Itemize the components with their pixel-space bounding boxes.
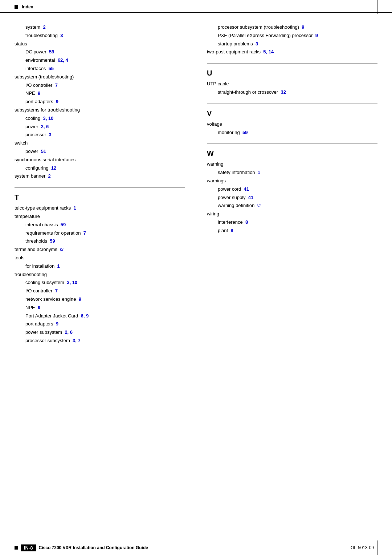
link-safety-info-1[interactable]: 1 — [258, 170, 260, 175]
link-warning-def-vi[interactable]: vi — [257, 203, 260, 208]
list-item: network services engine 9 — [15, 296, 185, 303]
list-item: PXF (Parallel eXpress Forwarding) proces… — [207, 32, 377, 40]
t-section-letter: T — [15, 193, 185, 202]
link-dc-power-59[interactable]: 59 — [49, 49, 54, 54]
link-configuring-12[interactable]: 12 — [51, 165, 56, 171]
footer-page-area: IN-8 Cisco 7200 VXR Installation and Con… — [0, 540, 148, 555]
footer-border-line — [377, 540, 377, 555]
list-item: I/O controller 7 — [15, 82, 185, 89]
link-thresholds-59[interactable]: 59 — [50, 238, 55, 244]
link-two-post-5-14[interactable]: 5, 14 — [263, 49, 274, 54]
footer-right-text: OL-5013-09 — [351, 540, 374, 555]
list-item: monitoring 59 — [207, 129, 377, 137]
link-internal-chassis-59[interactable]: 59 — [61, 222, 66, 227]
link-terms-ix[interactable]: ix — [60, 247, 63, 252]
list-item: processor 3 — [15, 131, 185, 139]
list-item: tools — [15, 254, 185, 262]
list-item: plant 8 — [207, 227, 377, 235]
index-entry-temperature: temperature — [15, 214, 40, 219]
link-for-installation-1[interactable]: 1 — [57, 263, 60, 269]
link-processor-3[interactable]: 3 — [49, 132, 51, 137]
link-straight-through-32[interactable]: 32 — [281, 89, 286, 95]
v-section-letter: V — [207, 109, 377, 118]
list-item: telco-type equipment racks 1 — [15, 204, 185, 212]
index-entry-processor-subsystem-t: processor subsystem 3, 7 — [15, 338, 81, 343]
index-entry-cooling: cooling 3, 10 — [15, 116, 53, 121]
link-switch-power-51[interactable]: 51 — [41, 149, 46, 154]
link-startup-3[interactable]: 3 — [256, 41, 258, 46]
index-entry-interference: interference 8 — [207, 219, 248, 225]
index-entry-requirements-operation: requirements for operation 7 — [15, 230, 86, 236]
index-entry-tools: tools — [15, 255, 24, 260]
link-system-2[interactable]: 2 — [43, 24, 45, 30]
link-power-subsystem-2-6[interactable]: 2, 6 — [65, 329, 73, 335]
w-section-letter: W — [207, 149, 377, 158]
link-interference-8[interactable]: 8 — [245, 219, 248, 225]
link-network-services-9[interactable]: 9 — [79, 296, 81, 302]
index-entry-io-controller-t: I/O controller 7 — [15, 288, 58, 293]
index-entry-switch-power: power 51 — [15, 149, 46, 154]
link-power-cord-41[interactable]: 41 — [244, 186, 249, 192]
index-entry-subsystems-troubleshooting: subsystems for troubleshooting — [15, 107, 80, 113]
index-entry-safety-info: safety information 1 — [207, 170, 260, 175]
index-entry-straight-through: straight-through or crossover 32 — [207, 89, 286, 95]
left-column: system 2 troubleshooting 3 status DC pow… — [15, 24, 196, 345]
index-entry-pajc: Port Adapter Jacket Card 6, 9 — [15, 313, 89, 319]
index-entry-switch: switch — [15, 140, 28, 146]
list-item: interfaces 55 — [15, 65, 185, 73]
link-requirements-7[interactable]: 7 — [83, 230, 86, 236]
link-pxf-9[interactable]: 9 — [315, 33, 318, 38]
list-item: system banner 2 — [15, 173, 185, 180]
list-item: temperature — [15, 213, 185, 220]
list-item: for installation 1 — [15, 263, 185, 270]
link-power-supply-41[interactable]: 41 — [248, 195, 253, 200]
index-entry-processor: processor 3 — [15, 132, 52, 137]
index-entry-monitoring: monitoring 59 — [207, 130, 248, 135]
list-item: status — [15, 40, 185, 48]
link-power-2-6[interactable]: 2, 6 — [41, 124, 49, 129]
index-entry-terms-acronyms: terms and acronyms ix — [15, 247, 63, 252]
index-entry-npe: NPE 9 — [15, 90, 40, 96]
link-npe-9[interactable]: 9 — [38, 90, 40, 96]
list-item: cooling 3, 10 — [15, 115, 185, 122]
index-entry-configuring: configuring 12 — [15, 165, 56, 171]
footer-doc-number-right: OL-5013-09 — [351, 545, 374, 550]
link-troubleshooting-3[interactable]: 3 — [60, 33, 63, 38]
link-environmental[interactable]: 62, 4 — [58, 57, 68, 63]
index-entry-voltage: voltage — [207, 121, 222, 127]
link-port-adapters-t-9[interactable]: 9 — [56, 321, 58, 327]
link-proc-subsys-9[interactable]: 9 — [302, 24, 304, 30]
link-pajc-6-9[interactable]: 6, 9 — [81, 313, 89, 319]
list-item: UTP cable — [207, 80, 377, 88]
link-interfaces-55[interactable]: 55 — [49, 66, 54, 71]
list-item: synchronous serial interfaces — [15, 156, 185, 164]
list-item: NPE 9 — [15, 304, 185, 312]
list-item: system 2 — [15, 24, 185, 31]
index-entry-warning-def: warning definition vi — [207, 203, 261, 208]
link-port-adapters-9[interactable]: 9 — [56, 99, 58, 104]
link-plant-8[interactable]: 8 — [230, 228, 233, 233]
list-item: configuring 12 — [15, 165, 185, 172]
index-entry-warning: warning — [207, 161, 224, 167]
footer-doc-title-2: Cisco 7200 VXR Installation and Configur… — [39, 545, 148, 550]
index-entry-dc-power: DC power 59 — [15, 49, 54, 54]
link-io-controller-7[interactable]: 7 — [55, 82, 58, 88]
link-npe-t-9[interactable]: 9 — [38, 305, 40, 310]
list-item: port adapters 9 — [15, 320, 185, 328]
v-section-divider — [207, 104, 377, 104]
link-cooling-subsystem[interactable]: 3, 10 — [67, 280, 77, 285]
list-item: startup problems 3 — [207, 40, 377, 48]
link-telco-racks-1[interactable]: 1 — [74, 205, 76, 211]
list-item: DC power 59 — [15, 48, 185, 56]
link-cooling-3-10[interactable]: 3, 10 — [43, 116, 53, 121]
right-column: processor subsystem (troubleshooting) 9 … — [196, 24, 377, 345]
link-processor-subsystem-3-7[interactable]: 3, 7 — [73, 338, 81, 343]
list-item: power subsystem 2, 6 — [15, 329, 185, 336]
header-title: Index — [22, 4, 33, 9]
list-item: cooling subsystem 3, 10 — [15, 279, 185, 287]
index-entry-network-services: network services engine 9 — [15, 296, 81, 302]
link-monitoring-59[interactable]: 59 — [242, 130, 248, 135]
index-entry-port-adapters-t: port adapters 9 — [15, 321, 58, 327]
link-system-banner-2[interactable]: 2 — [48, 173, 51, 179]
link-io-controller-t-7[interactable]: 7 — [55, 288, 58, 293]
